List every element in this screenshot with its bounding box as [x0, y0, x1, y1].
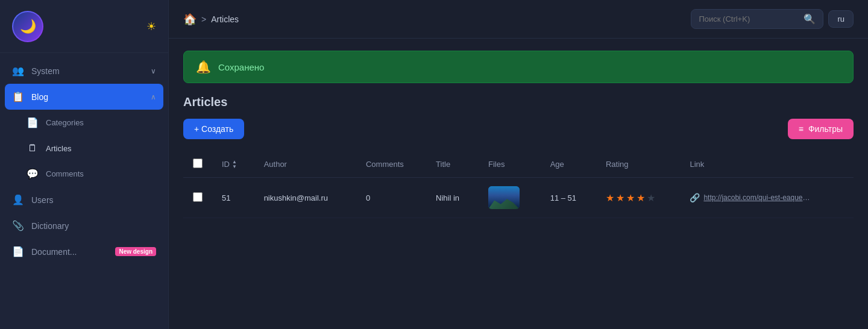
- cell-files: [479, 178, 541, 218]
- content-area: 🔔 Сохранено Articles + Создать ≡ Фильтры: [169, 39, 868, 329]
- comments-label: Comments: [46, 169, 156, 178]
- age-range: 11 – 51: [550, 193, 576, 202]
- sidebar-item-documents[interactable]: 📄 Document... New design: [0, 239, 168, 265]
- cell-title: Nihil in: [426, 178, 479, 218]
- col-comments: Comments: [356, 151, 426, 178]
- star-5: ★: [647, 192, 655, 204]
- bell-icon: 🔔: [196, 60, 211, 74]
- filter-icon: ≡: [799, 124, 804, 134]
- header-checkbox-cell: [183, 151, 212, 178]
- moon-icon: 🌙: [20, 19, 36, 34]
- sidebar-item-blog[interactable]: 📋 Blog ∧: [5, 84, 163, 110]
- col-comments-label: Comments: [366, 160, 404, 169]
- theme-toggle-icon[interactable]: ☀: [146, 20, 156, 33]
- sidebar-item-articles[interactable]: 🗒 Articles: [0, 136, 168, 161]
- star-1: ★: [606, 192, 614, 204]
- sidebar-item-users[interactable]: 👤 Users: [0, 187, 168, 213]
- table-row: 51 nikushkin@mail.ru 0 Nihil in: [183, 178, 854, 218]
- search-icon: 🔍: [804, 13, 816, 25]
- col-rating: Rating: [596, 151, 680, 178]
- articles-icon: 🗒: [27, 143, 39, 154]
- sort-id-icon: ▲▼: [232, 160, 237, 169]
- row-checkbox[interactable]: [193, 192, 203, 202]
- documents-label: Document...: [31, 247, 108, 257]
- star-2: ★: [616, 192, 624, 204]
- articles-table: ID ▲▼ Author Comments Title: [183, 151, 854, 218]
- logo: 🌙: [12, 11, 43, 42]
- logo-inner: 🌙: [13, 12, 42, 41]
- search-input[interactable]: [699, 14, 799, 24]
- col-age-label: Age: [550, 160, 564, 169]
- thumbnail-image: [488, 186, 520, 209]
- row-checkbox-cell: [183, 178, 212, 218]
- users-label: Users: [31, 195, 156, 205]
- stars-container: ★ ★ ★ ★ ★: [606, 192, 670, 204]
- link-text[interactable]: http://jacobi.com/qui-est-eaque-inventor…: [703, 193, 812, 202]
- system-icon: 👥: [12, 65, 24, 77]
- dictionary-icon: 📎: [12, 220, 24, 231]
- sidebar: 🌙 ☀ 👥 System ∨ 📋 Blog ∧ 📄 Categories 🗒 A…: [0, 0, 169, 329]
- users-icon: 👤: [12, 194, 24, 205]
- dictionary-label: Dictionary: [31, 221, 156, 231]
- col-id-label: ID: [222, 160, 230, 169]
- breadcrumb-separator: >: [201, 14, 206, 24]
- categories-label: Categories: [46, 118, 156, 127]
- cell-comments: 0: [356, 178, 426, 218]
- comments-icon: 💬: [27, 168, 39, 180]
- sidebar-item-categories[interactable]: 📄 Categories: [0, 110, 168, 136]
- table-wrapper: ID ▲▼ Author Comments Title: [183, 151, 854, 218]
- col-rating-label: Rating: [606, 160, 629, 169]
- col-age: Age: [541, 151, 596, 178]
- link-icon: 🔗: [690, 193, 700, 202]
- cell-author: nikushkin@mail.ru: [254, 178, 356, 218]
- col-link: Link: [680, 151, 854, 178]
- system-chevron-icon: ∨: [151, 67, 156, 75]
- cell-link: 🔗 http://jacobi.com/qui-est-eaque-invent…: [680, 178, 854, 218]
- filter-label: Фильтры: [808, 124, 843, 134]
- blog-chevron-icon: ∧: [151, 93, 156, 101]
- thumbnail-mountain: [488, 196, 520, 209]
- documents-icon: 📄: [12, 246, 24, 257]
- nav-section: 👥 System ∨ 📋 Blog ∧ 📄 Categories 🗒 Artic…: [0, 53, 168, 329]
- col-link-label: Link: [690, 160, 704, 169]
- search-box[interactable]: 🔍: [691, 9, 823, 29]
- col-title-label: Title: [436, 160, 450, 169]
- select-all-checkbox[interactable]: [193, 158, 203, 168]
- new-design-badge: New design: [115, 247, 156, 256]
- blog-label: Blog: [31, 92, 143, 102]
- table-header-row: ID ▲▼ Author Comments Title: [183, 151, 854, 178]
- col-id[interactable]: ID ▲▼: [212, 151, 254, 178]
- toolbar: + Создать ≡ Фильтры: [183, 119, 854, 139]
- cell-rating: ★ ★ ★ ★ ★: [596, 178, 680, 218]
- system-label: System: [31, 66, 143, 76]
- col-author-label: Author: [264, 160, 287, 169]
- page-title: Articles: [183, 95, 854, 109]
- col-files: Files: [479, 151, 541, 178]
- main-content: 🏠 > Articles 🔍 ru 🔔 Сохранено Articles +…: [169, 0, 868, 329]
- col-files-label: Files: [488, 160, 505, 169]
- create-button[interactable]: + Создать: [183, 119, 244, 139]
- language-button[interactable]: ru: [828, 10, 854, 28]
- categories-icon: 📄: [27, 117, 39, 128]
- cell-age: 11 – 51: [541, 178, 596, 218]
- sidebar-item-comments[interactable]: 💬 Comments: [0, 161, 168, 187]
- notification-banner: 🔔 Сохранено: [183, 51, 854, 83]
- sidebar-item-dictionary[interactable]: 📎 Dictionary: [0, 213, 168, 239]
- home-icon[interactable]: 🏠: [183, 13, 197, 26]
- sidebar-item-system[interactable]: 👥 System ∨: [0, 58, 168, 84]
- star-3: ★: [626, 192, 635, 204]
- header: 🏠 > Articles 🔍 ru: [169, 0, 868, 39]
- file-thumbnail: [488, 186, 520, 209]
- star-4: ★: [637, 192, 645, 204]
- search-area: 🔍 ru: [691, 9, 854, 29]
- notification-text: Сохранено: [218, 62, 264, 72]
- cell-id: 51: [212, 178, 254, 218]
- link-container: 🔗 http://jacobi.com/qui-est-eaque-invent…: [690, 193, 844, 202]
- breadcrumb: 🏠 > Articles: [183, 13, 239, 26]
- articles-label: Articles: [46, 144, 156, 153]
- logo-area: 🌙 ☀: [0, 0, 168, 53]
- blog-icon: 📋: [12, 91, 24, 102]
- filter-button[interactable]: ≡ Фильтры: [788, 119, 854, 139]
- breadcrumb-current: Articles: [211, 14, 239, 24]
- col-author: Author: [254, 151, 356, 178]
